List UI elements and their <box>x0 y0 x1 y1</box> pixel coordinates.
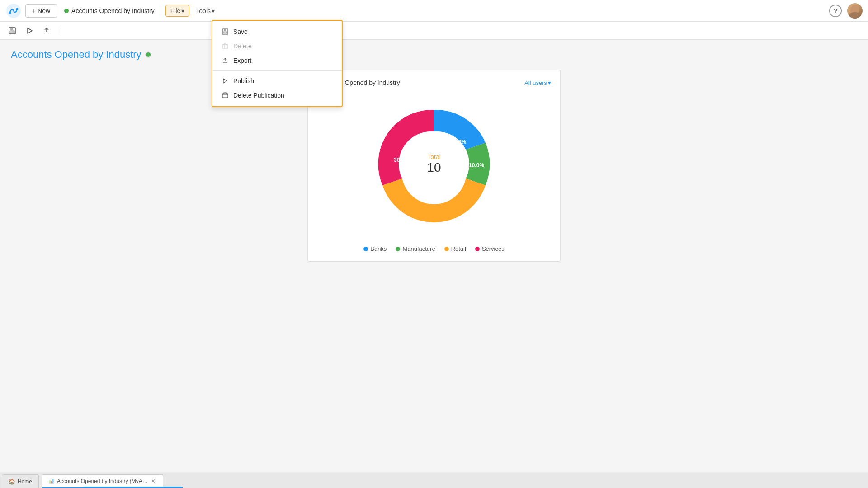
services-label: 30.0% <box>394 157 409 163</box>
legend-manufacture-dot <box>396 247 400 251</box>
chart-panel: Accounts Opened by Industry All users ▾ <box>307 70 561 262</box>
page-content: Accounts Opened by Industry Accounts Ope… <box>0 40 868 472</box>
export-toolbar-button[interactable] <box>40 25 53 37</box>
svg-rect-9 <box>223 32 227 33</box>
svg-rect-5 <box>10 31 14 33</box>
all-users-button[interactable]: All users ▾ <box>524 80 551 86</box>
legend-manufacture: Manufacture <box>396 245 435 252</box>
tabbar: 🏠 Home 📊 Accounts Opened by Industry (My… <box>0 472 868 488</box>
export-menu-item[interactable]: Export <box>212 53 342 68</box>
page-title-dot <box>145 52 151 58</box>
secondary-toolbar <box>0 22 868 40</box>
donut-center-value: 10 <box>427 160 441 175</box>
page-title-area: Accounts Opened by Industry <box>11 49 857 61</box>
chart-area: 20.0% 10.0% 40.0% 30.0% Total 10 Banks <box>317 92 551 252</box>
legend-manufacture-label: Manufacture <box>402 245 435 252</box>
doc-status-dot <box>64 9 69 13</box>
legend-retail-label: Retail <box>451 245 466 252</box>
help-button[interactable]: ? <box>829 5 842 17</box>
legend-retail: Retail <box>444 245 466 252</box>
publish-menu-icon <box>222 77 229 84</box>
legend-services: Services <box>475 245 505 252</box>
legend-services-dot <box>475 247 480 251</box>
play-icon <box>25 27 33 35</box>
delete-pub-menu-label: Delete Publication <box>233 92 284 99</box>
home-tab[interactable]: 🏠 Home <box>2 474 39 488</box>
toolbar-divider <box>59 26 59 35</box>
svg-rect-4 <box>10 28 13 30</box>
publish-menu-label: Publish <box>233 77 254 84</box>
svg-marker-15 <box>223 79 227 83</box>
legend-retail-dot <box>444 247 449 251</box>
chart-legend: Banks Manufacture Retail Services <box>363 245 505 252</box>
save-menu-label: Save <box>233 28 248 35</box>
toolbar-right: ? <box>829 3 863 19</box>
delete-menu-label: Delete <box>233 42 251 50</box>
avatar[interactable] <box>847 3 863 19</box>
menu-area: File ▾ Tools ▾ <box>165 5 219 17</box>
retail-label: 40.0% <box>426 195 442 202</box>
doc-title-area: Accounts Opened by Industry <box>64 7 155 14</box>
dropdown-divider <box>212 70 342 71</box>
legend-services-label: Services <box>482 245 505 252</box>
save-menu-item[interactable]: Save <box>212 24 342 39</box>
svg-point-1 <box>9 11 11 14</box>
page-title-text: Accounts Opened by Industry <box>11 49 142 61</box>
svg-rect-8 <box>224 29 226 31</box>
report-tab-label: Accounts Opened by Industry (MyA… <box>57 478 148 484</box>
legend-banks-dot <box>363 247 368 251</box>
svg-marker-6 <box>28 28 32 33</box>
banks-label: 20.0% <box>451 139 466 145</box>
legend-banks: Banks <box>363 245 387 252</box>
save-icon <box>8 27 16 35</box>
svg-rect-10 <box>223 45 227 49</box>
report-tab-icon: 📊 <box>48 478 55 484</box>
donut-center-label: Total <box>427 153 441 160</box>
run-button[interactable] <box>23 25 36 37</box>
donut-chart: 20.0% 10.0% 40.0% 30.0% Total 10 <box>362 92 506 236</box>
doc-title-text: Accounts Opened by Industry <box>71 7 155 14</box>
report-tab[interactable]: 📊 Accounts Opened by Industry (MyA… ✕ <box>42 474 163 488</box>
delete-menu-icon <box>222 42 229 50</box>
report-tab-close[interactable]: ✕ <box>150 478 156 484</box>
delete-publication-menu-item[interactable]: Delete Publication <box>212 88 342 103</box>
export-menu-label: Export <box>233 57 251 64</box>
main-toolbar: + New Accounts Opened by Industry File ▾… <box>0 0 868 22</box>
manufacture-label: 10.0% <box>469 162 484 169</box>
home-tab-icon: 🏠 <box>9 479 15 485</box>
donut-center: Total 10 <box>427 153 441 175</box>
file-dropdown-menu: Save Delete Export <box>212 20 343 107</box>
avatar-image <box>847 3 863 19</box>
export-icon <box>42 27 51 35</box>
home-tab-label: Home <box>18 479 32 485</box>
publish-menu-item[interactable]: Publish <box>212 74 342 88</box>
delete-menu-item[interactable]: Delete <box>212 39 342 53</box>
svg-point-2 <box>16 8 19 10</box>
svg-rect-16 <box>222 94 228 98</box>
app-logo[interactable] <box>5 3 22 19</box>
chart-header: Accounts Opened by Industry All users ▾ <box>317 79 551 86</box>
new-button[interactable]: + New <box>25 4 57 18</box>
file-menu-button[interactable]: File ▾ <box>165 5 190 17</box>
save-menu-icon <box>222 28 229 35</box>
tools-menu-button[interactable]: Tools ▾ <box>191 5 219 17</box>
export-menu-icon <box>222 57 229 64</box>
save-toolbar-button[interactable] <box>5 25 19 37</box>
delete-pub-menu-icon <box>222 92 229 99</box>
legend-banks-label: Banks <box>370 245 387 252</box>
